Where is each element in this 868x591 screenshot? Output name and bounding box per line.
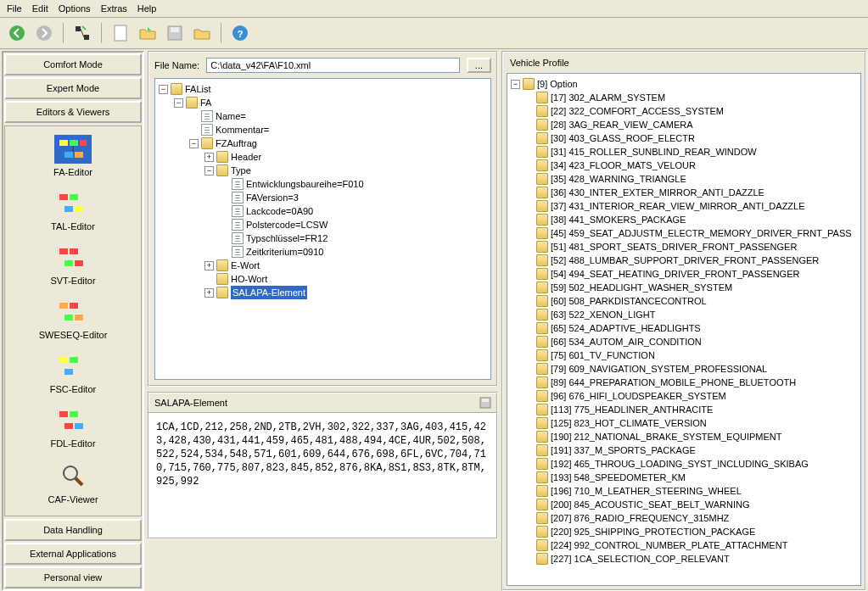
profile-item[interactable]: [191] 337_M_SPORTS_PACKAGE	[511, 443, 857, 457]
editors-viewers-button[interactable]: Editors & Viewers	[4, 101, 142, 123]
profile-item[interactable]: [196] 710_M_LEATHER_STEERING_WHEEL	[511, 484, 857, 498]
profile-item[interactable]: [52] 488_LUMBAR_SUPPORT_DRIVER_FRONT_PAS…	[511, 254, 857, 267]
profile-item[interactable]: [224] 992_CONTROL_NUMBER_PLATE_ATTACHMEN…	[511, 538, 857, 552]
svg-point-34	[64, 466, 77, 480]
profile-item[interactable]: [220] 925_SHIPPING_PROTECTION_PACKAGE	[511, 525, 857, 538]
sidebar-item-fsc-editor[interactable]: FSC-Editor	[7, 348, 139, 403]
sidebar-item-fa-editor[interactable]: FA-Editor	[7, 131, 139, 186]
file-name-input[interactable]	[206, 58, 460, 73]
profile-item[interactable]: [37] 431_INTERIOR_REAR_VIEW_MIRROR_ANTI_…	[511, 199, 857, 213]
profile-item[interactable]: [34] 423_FLOOR_MATS_VELOUR	[511, 159, 857, 172]
profile-item[interactable]: [63] 522_XENON_LIGHT	[511, 308, 857, 321]
expand-icon[interactable]: +	[204, 153, 214, 162]
profile-item[interactable]: [22] 322_COMFORT_ACCESS_SYSTEM	[511, 104, 857, 118]
folder-icon	[216, 151, 228, 163]
expert-mode-button[interactable]: Expert Mode	[4, 77, 142, 99]
profile-item[interactable]: [96] 676_HIFI_LOUDSPEAKER_SYSTEM	[511, 389, 857, 403]
back-button[interactable]	[5, 21, 29, 45]
profile-item[interactable]: [31] 415_ROLLER_SUNBLIND_REAR_WINDOW	[511, 145, 857, 159]
profile-item[interactable]: [75] 601_TV_FUNCTION	[511, 348, 857, 362]
profile-item[interactable]: [79] 609_NAVIGATION_SYSTEM_PROFESSIONAL	[511, 362, 857, 376]
profile-item[interactable]: [38] 441_SMOKERS_PACKAGE	[511, 213, 857, 226]
profile-item[interactable]: [200] 845_ACOUSTIC_SEAT_BELT_WARNING	[511, 498, 857, 511]
editor-list: FA-Editor TAL-Editor SVT-Editor SWESEQ-E…	[4, 125, 142, 516]
svg-rect-33	[75, 423, 83, 429]
sidebar-item-tal-editor[interactable]: TAL-Editor	[7, 186, 139, 240]
sidebar-item-log-viewer[interactable]: Log-Viewer	[7, 513, 139, 516]
menu-edit[interactable]: Edit	[32, 3, 48, 14]
personal-view-button[interactable]: Personal view	[4, 566, 142, 588]
data-handling-button[interactable]: Data Handling	[4, 519, 142, 541]
sidebar-item-sweseq-editor[interactable]: SWESEQ-Editor	[7, 294, 139, 348]
external-applications-button[interactable]: External Applications	[4, 543, 142, 565]
folder-icon	[536, 499, 548, 510]
profile-item[interactable]: [66] 534_AUTOM_AIR_CONDITION	[511, 335, 857, 348]
profile-item[interactable]: [28] 3AG_REAR_VIEW_CAMERA	[511, 118, 857, 131]
browse-button[interactable]: ...	[467, 58, 491, 73]
profile-item[interactable]: [54] 494_SEAT_HEATING_DRIVER_FRONT_PASSE…	[511, 267, 857, 281]
svg-point-0	[9, 25, 25, 41]
expand-icon[interactable]: −	[174, 98, 183, 108]
menu-help[interactable]: Help	[137, 3, 157, 14]
expand-icon[interactable]: +	[204, 261, 214, 270]
folder-icon	[536, 92, 548, 103]
folder-icon	[536, 173, 548, 185]
svg-rect-11	[80, 140, 87, 146]
folder-icon	[171, 83, 182, 95]
profile-item[interactable]: [36] 430_INTER_EXTER_MIRROR_ANTI_DAZZLE	[511, 186, 857, 199]
folder-icon	[536, 404, 548, 415]
folder-icon	[536, 295, 548, 307]
new-file-button[interactable]	[109, 21, 132, 45]
fa-tree[interactable]: −FAList −FA Name= Kommentar= −FZAuftrag …	[154, 78, 491, 380]
folder-icon	[536, 336, 548, 348]
selected-node[interactable]: SALAPA-Element	[231, 286, 307, 299]
profile-item[interactable]: [125] 823_HOT_CLIMATE_VERSION	[511, 416, 857, 430]
profile-item[interactable]: [113] 775_HEADLINER_ANTHRACITE	[511, 403, 857, 416]
sidebar-item-svt-editor[interactable]: SVT-Editor	[7, 240, 139, 294]
folder-icon	[536, 485, 548, 497]
profile-item[interactable]: [60] 508_PARKDISTANCECONTROL	[511, 294, 857, 308]
help-button[interactable]: ?	[228, 21, 252, 45]
connect-button[interactable]	[70, 21, 94, 45]
profile-item[interactable]: [65] 524_ADAPTIVE_HEADLIGHTS	[511, 321, 857, 335]
menu-file[interactable]: File	[7, 3, 22, 14]
folder-icon	[186, 97, 198, 109]
folder-icon	[536, 105, 548, 117]
file-icon	[201, 110, 213, 122]
open-folder-button[interactable]	[190, 21, 214, 45]
profile-item[interactable]: [35] 428_WARNING_TRIANGLE	[511, 172, 857, 186]
profile-item[interactable]: [227] 1CA_SELECTION_COP_RELEVANT	[511, 552, 857, 566]
menu-extras[interactable]: Extras	[101, 3, 127, 14]
profile-item[interactable]: [207] 876_RADIO_FREQUENCY_315MHZ	[511, 511, 857, 525]
sidebar-item-fdl-editor[interactable]: FDL-Editor	[7, 403, 139, 457]
profile-item[interactable]: [17] 302_ALARM_SYSTEM	[511, 91, 857, 104]
profile-item[interactable]: [192] 465_THROUG_LOADING_SYST_INCLUDING_…	[511, 457, 857, 471]
comfort-mode-button[interactable]: Comfort Mode	[4, 53, 142, 75]
menubar: File Edit Options Extras Help	[0, 0, 868, 18]
open-file-button[interactable]	[136, 21, 160, 45]
sidebar-item-caf-viewer[interactable]: CAF-Viewer	[7, 457, 139, 513]
profile-item[interactable]: [59] 502_HEADLIGHT_WASHER_SYSTEM	[511, 281, 857, 294]
profile-item[interactable]: [30] 403_GLASS_ROOF_ELECTR	[511, 131, 857, 145]
detail-body[interactable]: 1CA,1CD,212,258,2ND,2TB,2VH,302,322,337,…	[148, 412, 498, 539]
svg-rect-10	[70, 140, 78, 146]
svg-rect-13	[75, 152, 83, 158]
vehicle-profile-tree[interactable]: −[9] Option [17] 302_ALARM_SYSTEM[22] 32…	[507, 73, 861, 586]
profile-item[interactable]: [45] 459_SEAT_ADJUSTM_ELECTR_MEMORY_DRIV…	[511, 226, 857, 240]
profile-item[interactable]: [51] 481_SPORT_SEATS_DRIVER_FRONT_PASSEN…	[511, 240, 857, 254]
profile-item[interactable]: [193] 548_SPEEDOMETER_KM	[511, 471, 857, 484]
profile-item[interactable]: [89] 644_PREPARATION_MOBILE_PHONE_BLUETO…	[511, 376, 857, 389]
svg-rect-6	[171, 27, 179, 32]
tal-editor-icon	[58, 192, 88, 215]
menu-options[interactable]: Options	[59, 3, 91, 14]
file-icon	[232, 219, 244, 231]
profile-item[interactable]: [190] 212_NATIONAL_BRAKE_SYSTEM_EQUIPMEN…	[511, 430, 857, 443]
expand-icon[interactable]: −	[189, 139, 199, 148]
expand-icon[interactable]: −	[159, 85, 168, 94]
expand-icon[interactable]: −	[204, 166, 214, 176]
svg-rect-39	[482, 399, 489, 402]
expand-icon[interactable]: −	[511, 80, 520, 89]
disk-icon[interactable]	[479, 397, 491, 409]
expand-icon[interactable]: +	[204, 288, 214, 298]
folder-icon	[216, 164, 228, 176]
